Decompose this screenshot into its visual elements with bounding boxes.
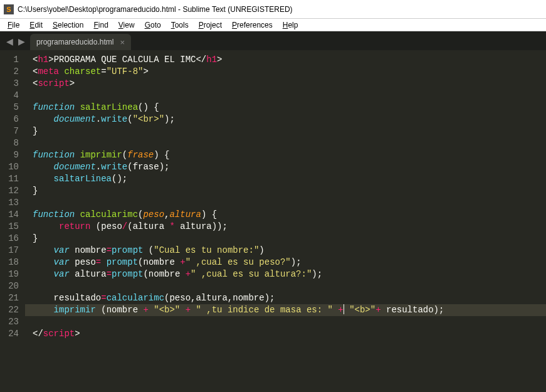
menu-item-edit[interactable]: Edit	[24, 19, 48, 31]
code-line[interactable]: function saltarLinea() {	[25, 102, 546, 114]
code-line[interactable]: var altura=prompt(nombre +" ,cual es su …	[25, 268, 546, 280]
line-number: 23	[4, 316, 19, 328]
tab-label: programareducido.html	[36, 38, 113, 46]
line-number: 5	[4, 102, 19, 114]
line-gutter: 123456789101112131415161718192021222324	[0, 50, 25, 392]
menu-item-help[interactable]: Help	[278, 19, 303, 31]
nav-buttons: ◀ ▶	[4, 36, 30, 50]
menu-item-view[interactable]: View	[113, 19, 140, 31]
line-number: 21	[4, 292, 19, 304]
code-line[interactable]: document.write("<br>");	[25, 114, 546, 125]
app-icon: S	[4, 4, 14, 14]
nav-back-icon[interactable]: ◀	[6, 36, 13, 46]
line-number: 19	[4, 268, 19, 280]
code-line[interactable]: return (peso/(altura * altura));	[25, 221, 546, 233]
window-title: C:\Users\yobel\Desktop\programareducido.…	[18, 5, 293, 14]
line-number: 11	[4, 173, 19, 185]
code-line[interactable]	[25, 316, 546, 328]
line-number: 17	[4, 245, 19, 257]
menu-item-file[interactable]: File	[3, 19, 24, 31]
line-number: 9	[4, 149, 19, 161]
menu-item-project[interactable]: Project	[194, 19, 227, 31]
titlebar: S C:\Users\yobel\Desktop\programareducid…	[0, 0, 546, 19]
code-line[interactable]: <script>	[25, 78, 546, 90]
tab-bar: ◀ ▶ programareducido.html ×	[0, 31, 546, 50]
line-number: 7	[4, 125, 19, 137]
line-number: 4	[4, 90, 19, 102]
menu-item-goto[interactable]: Goto	[140, 19, 166, 31]
code-line[interactable]: <meta charset="UTF-8">	[25, 66, 546, 78]
nav-forward-icon[interactable]: ▶	[18, 36, 25, 46]
editor[interactable]: 123456789101112131415161718192021222324 …	[0, 50, 546, 392]
menu-item-tools[interactable]: Tools	[166, 19, 194, 31]
line-number: 12	[4, 185, 19, 197]
code-line[interactable]: var nombre=prompt ("Cual es tu nombre:")	[25, 245, 546, 257]
code-line[interactable]: </script>	[25, 328, 546, 340]
menu-item-preferences[interactable]: Preferences	[227, 19, 278, 31]
code-line[interactable]: saltarLinea();	[25, 173, 546, 185]
line-number: 3	[4, 78, 19, 90]
code-line[interactable]: function calcularimc(peso,altura) {	[25, 209, 546, 221]
menu-item-find[interactable]: Find	[88, 19, 113, 31]
code-line[interactable]: document.write(frase);	[25, 161, 546, 173]
close-icon[interactable]: ×	[120, 38, 125, 47]
menu-item-selection[interactable]: Selection	[48, 19, 88, 31]
menubar: FileEditSelectionFindViewGotoToolsProjec…	[0, 19, 546, 31]
code-line[interactable]	[25, 90, 546, 102]
code-area[interactable]: <h1>PROGRAMA QUE CALCULA EL IMC</h1><met…	[25, 50, 546, 392]
line-number: 8	[4, 137, 19, 149]
code-line[interactable]: resultado=calcularimc(peso,altura,nombre…	[25, 292, 546, 304]
line-number: 6	[4, 114, 19, 125]
line-number: 15	[4, 221, 19, 233]
line-number: 1	[4, 54, 19, 66]
code-line[interactable]: imprimir (nombre + "<b>" + " ,tu indice …	[25, 304, 546, 316]
line-number: 2	[4, 66, 19, 78]
line-number: 18	[4, 257, 19, 268]
line-number: 22	[4, 304, 19, 316]
line-number: 16	[4, 233, 19, 245]
code-line[interactable]: }	[25, 125, 546, 137]
file-tab[interactable]: programareducido.html ×	[30, 34, 131, 50]
code-line[interactable]: <h1>PROGRAMA QUE CALCULA EL IMC</h1>	[25, 54, 546, 66]
code-line[interactable]: }	[25, 233, 546, 245]
line-number: 24	[4, 328, 19, 340]
line-number: 13	[4, 197, 19, 209]
line-number: 10	[4, 161, 19, 173]
code-line[interactable]: function imprimir(frase) {	[25, 149, 546, 161]
code-line[interactable]	[25, 280, 546, 292]
code-line[interactable]: var peso= prompt(nombre +" ,cual es su p…	[25, 257, 546, 268]
code-line[interactable]: }	[25, 185, 546, 197]
code-line[interactable]	[25, 197, 546, 209]
line-number: 14	[4, 209, 19, 221]
code-line[interactable]	[25, 137, 546, 149]
line-number: 20	[4, 280, 19, 292]
